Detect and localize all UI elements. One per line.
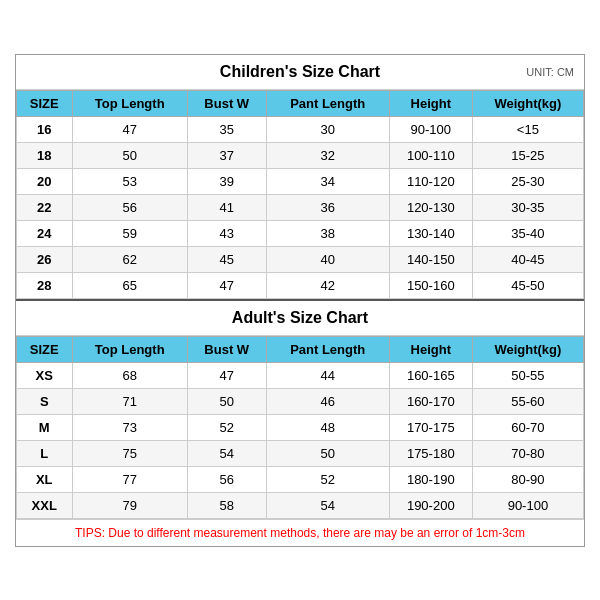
table-cell: 54: [187, 440, 266, 466]
table-row: 18503732100-11015-25: [17, 142, 584, 168]
table-row: S715046160-17055-60: [17, 388, 584, 414]
table-cell: 56: [187, 466, 266, 492]
table-cell: 160-170: [389, 388, 472, 414]
table-cell: 52: [187, 414, 266, 440]
children-col-size: SIZE: [17, 90, 73, 116]
table-row: L755450175-18070-80: [17, 440, 584, 466]
table-cell: 38: [266, 220, 389, 246]
table-row: 24594338130-14035-40: [17, 220, 584, 246]
table-cell: 50-55: [472, 362, 583, 388]
adult-col-weight: Weight(kg): [472, 336, 583, 362]
table-cell: 44: [266, 362, 389, 388]
table-cell: 175-180: [389, 440, 472, 466]
table-cell: 24: [17, 220, 73, 246]
table-row: 26624540140-15040-45: [17, 246, 584, 272]
children-col-weight: Weight(kg): [472, 90, 583, 116]
table-cell: 32: [266, 142, 389, 168]
table-cell: 90-100: [472, 492, 583, 518]
table-row: XS684744160-16550-55: [17, 362, 584, 388]
table-cell: 42: [266, 272, 389, 298]
table-cell: 59: [72, 220, 187, 246]
table-row: XL775652180-19080-90: [17, 466, 584, 492]
tips-row: TIPS: Due to different measurement metho…: [16, 519, 584, 546]
table-cell: 160-165: [389, 362, 472, 388]
table-cell: 50: [266, 440, 389, 466]
table-cell: 48: [266, 414, 389, 440]
table-cell: 50: [72, 142, 187, 168]
table-row: 20533934110-12025-30: [17, 168, 584, 194]
adult-table: SIZE Top Length Bust W Pant Length Heigh…: [16, 336, 584, 519]
table-cell: 90-100: [389, 116, 472, 142]
table-cell: 70-80: [472, 440, 583, 466]
table-cell: 65: [72, 272, 187, 298]
table-cell: M: [17, 414, 73, 440]
tips-text: TIPS: Due to different measurement metho…: [75, 526, 525, 540]
table-cell: 25-30: [472, 168, 583, 194]
table-cell: 34: [266, 168, 389, 194]
table-row: 28654742150-16045-50: [17, 272, 584, 298]
children-col-pant-length: Pant Length: [266, 90, 389, 116]
table-cell: 79: [72, 492, 187, 518]
adult-col-height: Height: [389, 336, 472, 362]
table-cell: 53: [72, 168, 187, 194]
table-cell: 100-110: [389, 142, 472, 168]
table-cell: 130-140: [389, 220, 472, 246]
table-cell: 16: [17, 116, 73, 142]
table-cell: 190-200: [389, 492, 472, 518]
children-header-row: SIZE Top Length Bust W Pant Length Heigh…: [17, 90, 584, 116]
table-cell: 45-50: [472, 272, 583, 298]
children-title-row: Children's Size Chart UNIT: CM: [16, 55, 584, 90]
table-row: 22564136120-13030-35: [17, 194, 584, 220]
table-cell: 39: [187, 168, 266, 194]
table-cell: 20: [17, 168, 73, 194]
table-row: XXL795854190-20090-100: [17, 492, 584, 518]
adult-chart-title: Adult's Size Chart: [232, 309, 368, 327]
table-cell: S: [17, 388, 73, 414]
adult-title-row: Adult's Size Chart: [16, 299, 584, 336]
table-cell: 35-40: [472, 220, 583, 246]
table-cell: 140-150: [389, 246, 472, 272]
table-cell: 41: [187, 194, 266, 220]
table-cell: 68: [72, 362, 187, 388]
table-cell: 37: [187, 142, 266, 168]
table-cell: 170-175: [389, 414, 472, 440]
table-cell: 58: [187, 492, 266, 518]
table-cell: <15: [472, 116, 583, 142]
table-cell: 52: [266, 466, 389, 492]
children-col-height: Height: [389, 90, 472, 116]
adult-col-size: SIZE: [17, 336, 73, 362]
table-cell: 62: [72, 246, 187, 272]
table-cell: 80-90: [472, 466, 583, 492]
table-cell: 15-25: [472, 142, 583, 168]
table-cell: 35: [187, 116, 266, 142]
table-cell: 36: [266, 194, 389, 220]
children-col-top-length: Top Length: [72, 90, 187, 116]
table-cell: 54: [266, 492, 389, 518]
table-cell: 47: [187, 362, 266, 388]
table-cell: 71: [72, 388, 187, 414]
table-cell: 56: [72, 194, 187, 220]
table-cell: 50: [187, 388, 266, 414]
table-cell: 43: [187, 220, 266, 246]
table-cell: 77: [72, 466, 187, 492]
adult-col-pant-length: Pant Length: [266, 336, 389, 362]
table-cell: XXL: [17, 492, 73, 518]
table-cell: 30: [266, 116, 389, 142]
table-cell: 150-160: [389, 272, 472, 298]
table-cell: 55-60: [472, 388, 583, 414]
table-cell: 180-190: [389, 466, 472, 492]
table-cell: 120-130: [389, 194, 472, 220]
table-cell: 46: [266, 388, 389, 414]
table-cell: XS: [17, 362, 73, 388]
table-cell: 28: [17, 272, 73, 298]
unit-label: UNIT: CM: [526, 66, 574, 78]
table-cell: 26: [17, 246, 73, 272]
children-chart-title: Children's Size Chart: [220, 63, 380, 81]
table-cell: L: [17, 440, 73, 466]
adult-col-top-length: Top Length: [72, 336, 187, 362]
table-cell: XL: [17, 466, 73, 492]
table-cell: 110-120: [389, 168, 472, 194]
adult-header-row: SIZE Top Length Bust W Pant Length Heigh…: [17, 336, 584, 362]
children-col-bust-w: Bust W: [187, 90, 266, 116]
table-cell: 40-45: [472, 246, 583, 272]
